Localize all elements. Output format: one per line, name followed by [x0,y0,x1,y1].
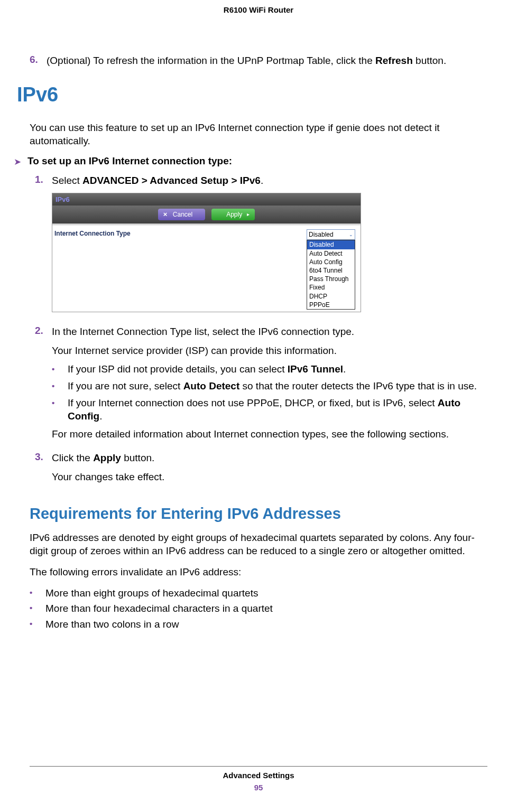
intro-paragraph: You can use this feature to set up an IP… [30,121,487,148]
error-item: • More than four hexadecimal characters … [30,602,487,615]
dropdown-list: Disabled Auto Detect Auto Config 6to4 Tu… [307,240,355,310]
heading-requirements: Requirements for Entering IPv6 Addresses [30,505,487,522]
task-heading: ➤ To set up an IPv6 Internet connection … [14,155,487,167]
sub-bullet-list: • If your ISP did not provide details, y… [52,362,487,423]
screenshot-title: IPv6 [52,193,361,206]
heading-ipv6: IPv6 [17,83,487,106]
sub-bullet: • If your Internet connection does not u… [52,396,487,423]
task-text: To set up an IPv6 Internet connection ty… [27,155,232,167]
error-list: • More than eight groups of hexadecimal … [30,586,487,631]
sub-bullet: • If you are not sure, select Auto Detec… [52,379,487,393]
step-text: (Optional) To refresh the information in… [47,54,487,68]
step-body: Click the Apply button. Your changes tak… [52,451,487,489]
step-3: 3. Click the Apply button. Your changes … [35,451,487,489]
step-body: Select ADVANCED > Advanced Setup > IPv6.… [52,174,487,320]
bullet-icon706create: • [30,619,45,631]
footer-title: Advanced Settings [0,771,517,780]
page-footer: Advanced Settings 95 [0,766,517,792]
page-number: 95 [0,783,517,792]
req-paragraph-1: IPv6 addresses are denoted by eight grou… [30,531,487,558]
step-number: 1. [35,174,51,320]
connection-type-label: Internet Connection Type [54,229,131,238]
step-body: In the Internet Connection Type list, se… [52,325,487,446]
error-item: • More than two colons in a row [30,618,487,631]
step-number: 3. [35,451,51,489]
req-paragraph-2: The following errors invalidate an IPv6 … [30,565,487,579]
page-header: R6100 WiFi Router [0,0,517,14]
dropdown-option[interactable]: Fixed [307,283,355,292]
bullet-icon: • [52,398,68,423]
step-2: 2. In the Internet Connection Type list,… [35,325,487,446]
bullet-icon: • [30,588,45,600]
steps-list: 1. Select ADVANCED > Advanced Setup > IP… [35,174,487,489]
dropdown-option[interactable]: Disabled [307,240,355,249]
page-content: 6. (Optional) To refresh the information… [0,14,517,631]
arrow-icon: ➤ [14,156,21,167]
dropdown-option[interactable]: DHCP [307,292,355,301]
error-item: • More than eight groups of hexadecimal … [30,586,487,600]
chevron-down-icon: ⌄ [349,231,353,238]
dropdown-option[interactable]: Auto Detect [307,249,355,258]
cancel-button[interactable]: Cancel [158,209,205,220]
apply-button[interactable]: Apply [211,209,255,220]
connection-type-select[interactable]: Disabled ⌄ [307,229,355,240]
step-number: 2. [35,325,51,446]
step-number: 6. [30,54,45,68]
step-1: 1. Select ADVANCED > Advanced Setup > IP… [35,174,487,320]
dropdown-option[interactable]: 6to4 Tunnel [307,266,355,275]
screenshot-button-bar: Cancel Apply [52,206,361,223]
dropdown-option[interactable]: PPPoE [307,301,355,309]
ipv6-screenshot: IPv6 Cancel Apply Internet Connection Ty… [52,193,361,312]
dropdown-option[interactable]: Auto Config [307,258,355,266]
bullet-icon: • [52,364,68,376]
connection-type-row: Internet Connection Type Disabled ⌄ Disa… [52,226,361,312]
bullet-icon: • [30,603,45,615]
continued-list: 6. (Optional) To refresh the information… [30,54,487,68]
dropdown-option[interactable]: Pass Through [307,275,355,283]
list-item-6: 6. (Optional) To refresh the information… [30,54,487,68]
sub-bullet: • If your ISP did not provide details, y… [52,362,487,376]
bullet-icon: • [52,381,68,393]
